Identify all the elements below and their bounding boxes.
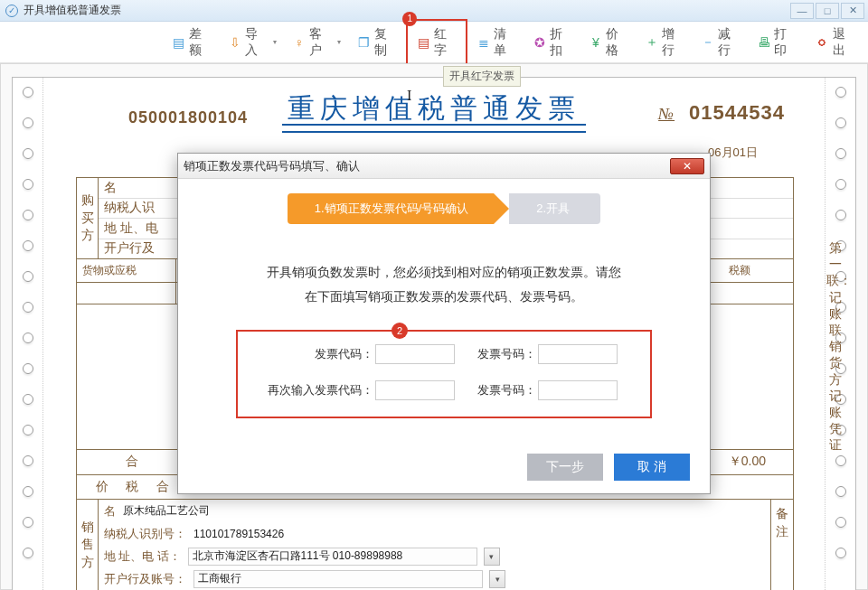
- chevron-down-icon: ▾: [273, 38, 277, 46]
- input-code2[interactable]: [375, 380, 455, 400]
- red-icon: ▤: [417, 35, 430, 50]
- label-code2: 再次输入发票代码：: [249, 382, 375, 398]
- copy-button[interactable]: ❐复制: [350, 23, 404, 62]
- dialog-titlebar: 销项正数发票代码号码填写、确认 ✕: [178, 154, 710, 179]
- seller-taxid-value: 110101789153426: [193, 528, 284, 540]
- dialog-close-button[interactable]: ✕: [670, 158, 704, 174]
- dialog-body: 开具销项负数发票时，您必须找到相对应的销项正数发票。请您 在下面填写销项正数发票…: [178, 233, 710, 418]
- wizard-steps: 1.销项正数发票代码/号码确认 2.开具: [178, 179, 710, 233]
- dialog-title: 销项正数发票代码号码填写、确认: [184, 158, 670, 174]
- close-window-button[interactable]: ✕: [841, 3, 864, 19]
- badge-2: 2: [392, 323, 408, 339]
- wizard-step-2: 2.开具: [509, 193, 600, 224]
- seller-name-value: 原木纯品工艺公司: [123, 503, 210, 519]
- import-icon: ⇩: [229, 35, 241, 50]
- toolbar: ▤差额 ⇩导入▾ ♀客户▾ ❐复制 1 ▤红字 ≣清单 ✪折扣 ¥价格 ＋增行 …: [0, 22, 868, 63]
- delrow-label: 减行: [718, 26, 741, 59]
- exit-label: 退出: [833, 26, 856, 59]
- wizard-step-1: 1.销项正数发票代码/号码确认: [288, 193, 494, 224]
- price-button[interactable]: ¥价格: [582, 23, 637, 62]
- print-button[interactable]: 🖶打印: [750, 23, 805, 62]
- total-value: ￥0.00: [729, 454, 793, 470]
- maximize-button[interactable]: □: [816, 3, 839, 19]
- label-no2: 发票号码：: [457, 382, 538, 398]
- chevron-down-icon: ▾: [337, 38, 341, 46]
- perforation-left: [13, 78, 43, 590]
- invoice-date: 06月01日: [708, 145, 758, 161]
- invoice-header: 重庆增值税普通发票 050001800104 № 01544534 06月01日: [56, 78, 812, 136]
- buyer-vertical-label: 购买方: [77, 178, 99, 258]
- seller-name-label: 名: [104, 503, 116, 520]
- seller-vertical-label: 销售方: [77, 500, 99, 590]
- diff-label: 差额: [189, 26, 212, 59]
- red-invoice-button[interactable]: 1 ▤红字: [406, 19, 467, 66]
- seller-addr-dropdown[interactable]: ▾: [484, 548, 500, 566]
- code-fields-box: 2 发票代码： 发票号码： 再次输入发票代码： 发票号码：: [236, 330, 652, 418]
- tooltip-red-invoice: 开具红字发票: [443, 66, 521, 87]
- addrow-label: 增行: [662, 26, 685, 59]
- label-code: 发票代码：: [249, 346, 375, 362]
- dialog-msg-2: 在下面填写销项正数发票的发票代码、发票号码。: [214, 285, 674, 309]
- confirm-code-dialog: 销项正数发票代码号码填写、确认 ✕ 1.销项正数发票代码/号码确认 2.开具 开…: [177, 153, 711, 494]
- customer-label: 客户: [309, 26, 332, 59]
- exit-button[interactable]: ⭘退出: [808, 23, 863, 62]
- dialog-footer: 下一步 取 消: [527, 454, 690, 481]
- seller-block: 销售方 名 原木纯品工艺公司 纳税人识别号： 110101789153426 地…: [77, 500, 793, 590]
- discount-button[interactable]: ✪折扣: [525, 23, 580, 62]
- list-icon: ≣: [476, 35, 490, 50]
- seller-bank-label: 开户行及账号：: [104, 571, 186, 587]
- diff-button[interactable]: ▤差额: [165, 23, 220, 62]
- customer-icon: ♀: [293, 35, 306, 50]
- minimize-button[interactable]: —: [790, 3, 814, 19]
- discount-label: 折扣: [550, 26, 573, 59]
- addrow-button[interactable]: ＋增行: [638, 23, 693, 62]
- remark-vertical-label: 备注: [771, 500, 793, 590]
- badge-1: 1: [402, 12, 417, 26]
- list-button[interactable]: ≣清单: [469, 23, 524, 62]
- invoice-number-value: 01544534: [689, 101, 785, 124]
- invoice-number-label: №: [658, 105, 675, 123]
- import-label: 导入: [245, 26, 268, 59]
- print-icon: 🖶: [758, 35, 771, 50]
- delrow-button[interactable]: －减行: [694, 23, 749, 62]
- list-label: 清单: [494, 26, 517, 59]
- seller-taxid-label: 纳税人识别号：: [104, 526, 186, 542]
- price-label: 价格: [606, 26, 629, 59]
- next-button[interactable]: 下一步: [527, 454, 603, 481]
- delrow-icon: －: [702, 35, 715, 50]
- cancel-button[interactable]: 取 消: [614, 454, 690, 481]
- discount-icon: ✪: [533, 35, 546, 50]
- copy-label: 复制: [374, 26, 398, 59]
- copy-caption: 第一联：记账联 销货方记账凭证: [826, 240, 844, 454]
- input-no2[interactable]: [538, 380, 618, 400]
- seller-bank-dropdown[interactable]: ▾: [489, 570, 505, 588]
- print-label: 打印: [774, 26, 797, 59]
- invoice-number: № 01544534: [658, 101, 785, 125]
- exit-icon: ⭘: [816, 35, 829, 50]
- app-icon: ✓: [5, 5, 18, 17]
- customer-button[interactable]: ♀客户▾: [286, 23, 348, 62]
- diff-icon: ▤: [173, 35, 186, 50]
- dialog-msg-1: 开具销项负数发票时，您必须找到相对应的销项正数发票。请您: [214, 260, 674, 285]
- text-cursor: I: [407, 88, 411, 104]
- seller-addr-label: 地 址、电 话：: [104, 548, 181, 565]
- addrow-icon: ＋: [646, 35, 659, 50]
- input-no[interactable]: [538, 344, 618, 364]
- input-code[interactable]: [375, 344, 455, 364]
- seller-addr-input[interactable]: [188, 548, 477, 566]
- price-icon: ¥: [590, 35, 603, 50]
- invoice-title: 重庆增值税普通发票: [282, 90, 586, 131]
- invoice-code: 050001800104: [128, 108, 248, 127]
- seller-bank-input[interactable]: [193, 570, 483, 588]
- copy-icon: ❐: [357, 35, 371, 50]
- red-label: 红字: [434, 26, 458, 59]
- items-head-left: 货物或应税: [77, 259, 176, 282]
- label-no: 发票号码：: [457, 346, 538, 362]
- import-button[interactable]: ⇩导入▾: [222, 23, 284, 62]
